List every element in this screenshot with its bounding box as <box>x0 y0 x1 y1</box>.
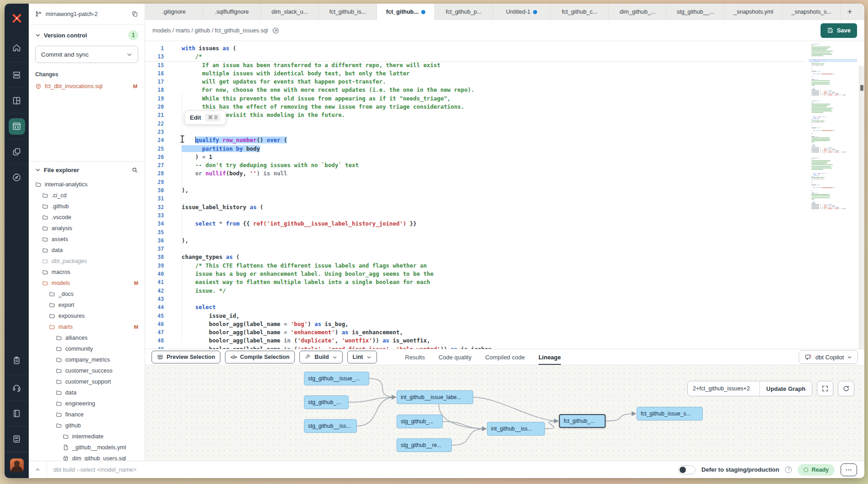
refresh-button[interactable] <box>838 381 854 396</box>
rail-shortcuts-icon[interactable] <box>5 426 29 452</box>
copy-branch-icon[interactable] <box>131 11 138 17</box>
code-line-35[interactable]: 35 <box>145 228 864 237</box>
rail-explore-icon[interactable] <box>5 164 29 190</box>
file-tree-item-exposures[interactable]: exposures <box>29 310 145 321</box>
code-line-28[interactable]: 28 or nullif(body, '') is null <box>145 169 864 178</box>
build-button[interactable]: Build <box>299 351 342 363</box>
compile-selection-button[interactable]: </> Compile Selection <box>225 351 295 363</box>
file-tree-item-analysis[interactable]: analysis <box>29 223 145 234</box>
results-tab-lineage[interactable]: Lineage <box>539 349 561 365</box>
file-tree-item-_github__models.yml[interactable]: _github__models.yml <box>29 442 145 453</box>
fullscreen-button[interactable] <box>817 381 833 396</box>
file-tree-item-data[interactable]: data <box>29 245 145 256</box>
command-input[interactable]: dbt build --select <model_name> <box>47 467 678 473</box>
rail-environments-icon[interactable] <box>5 62 29 88</box>
editor-tab-_snapshots_s...[interactable]: _snapshots_s... <box>783 4 841 20</box>
code-line-32[interactable]: 32issue_label_history as ( <box>145 203 864 211</box>
results-tab-results[interactable]: Results <box>405 349 425 365</box>
rail-tasks-icon[interactable] <box>5 346 29 375</box>
code-line-20[interactable]: 20 this has the effect of removing the n… <box>145 103 864 111</box>
git-branch-row[interactable]: mirnawong1-patch-2 <box>29 4 145 25</box>
save-button[interactable]: Save <box>821 23 857 38</box>
code-line-23[interactable]: 23 <box>145 128 864 136</box>
file-tree-item-macros[interactable]: macros <box>29 267 145 278</box>
search-icon[interactable] <box>131 167 138 174</box>
code-line-19[interactable]: 19 While this prevents the old issue fro… <box>145 95 864 103</box>
command-bar-expand-button[interactable] <box>29 461 47 478</box>
code-line-41[interactable]: 41 easiest way to flatten multiple label… <box>145 278 864 286</box>
code-line-15[interactable]: 15 If an issue has been transferred to a… <box>145 61 864 69</box>
file-tree-item-_docs[interactable]: _docs <box>29 289 145 300</box>
file-tree-item-models[interactable]: modelsM <box>29 278 145 289</box>
file-tree-item-.ci_cd[interactable]: .ci_cd <box>29 190 145 201</box>
file-tree-item-.github[interactable]: .github <box>29 201 145 212</box>
editor-tab-_snapshots.yml[interactable]: _snapshots.yml <box>725 4 783 20</box>
editor-tab-.sqlfluffignore[interactable]: .sqlfluffignore <box>203 4 261 20</box>
user-avatar[interactable] <box>5 452 29 478</box>
code-line-47[interactable]: 47 boolor_agg(label_name = 'enhancement'… <box>145 328 864 337</box>
rail-ide-icon[interactable] <box>5 113 29 139</box>
update-graph-button[interactable]: Update Graph <box>760 381 812 396</box>
code-line-44[interactable]: 44 select <box>145 303 864 311</box>
file-tree-item-community[interactable]: community <box>29 343 145 354</box>
code-line-22[interactable]: 22 <box>145 120 864 128</box>
rail-jobs-icon[interactable] <box>5 139 29 164</box>
code-line-46[interactable]: 46 boolor_agg(label_name = 'bug') as is_… <box>145 320 864 328</box>
code-line-1[interactable]: 1with issues as ( <box>145 44 864 53</box>
code-line-25[interactable]: 25 partition by body <box>145 145 864 153</box>
file-tree-item-customer_support[interactable]: customer_support <box>29 376 145 387</box>
file-tree-item-dbt_packages[interactable]: dbt_packages <box>29 256 145 267</box>
lint-button[interactable]: Lint <box>347 351 377 363</box>
lineage-node-stg_github__issue_[interactable]: stg_github__issue_... <box>304 372 369 385</box>
code-line-48[interactable]: 48 boolor_agg(label_name in ('duplicate'… <box>145 337 864 345</box>
file-tree-item-.vscode[interactable]: .vscode <box>29 212 145 223</box>
editor-tab-fct_github_p...[interactable]: fct_github_p... <box>435 4 493 20</box>
file-tree-item-data[interactable]: data <box>29 387 145 398</box>
code-line-27[interactable]: 27 -- don't try deduping issues with no … <box>145 161 864 169</box>
lineage-panel[interactable]: stg_github__issue_...stg_github_...stg_g… <box>145 365 864 461</box>
file-tree-item-company_metrics[interactable]: company_metrics <box>29 354 145 365</box>
editor-tab-fct_github_is...[interactable]: fct_github_is... <box>319 4 377 20</box>
code-line-45[interactable]: 45 issue_id, <box>145 312 864 320</box>
lineage-node-fct_github_[interactable]: fct_github_... <box>559 414 606 428</box>
new-tab-button[interactable]: + <box>841 4 859 20</box>
editor-tab-Untitled-1[interactable]: Untitled-1 <box>493 4 551 20</box>
edit-tooltip[interactable]: Edit ⌘ B <box>184 110 226 125</box>
code-line-43[interactable]: 43 <box>145 295 864 303</box>
commit-and-sync-select[interactable]: Commit and sync <box>35 46 138 63</box>
code-line-31[interactable]: 31 <box>145 195 864 203</box>
code-line-49[interactable]: 49 boolor_agg(label_name in ('stale', 'g… <box>145 345 864 349</box>
preview-selection-button[interactable]: Preview Selection <box>152 351 220 363</box>
editor-scrollbar[interactable] <box>859 66 864 349</box>
code-line-38[interactable]: 38change_types as ( <box>145 253 864 261</box>
editor-tab-dim_slack_u...[interactable]: dim_slack_u... <box>261 4 319 20</box>
editor-tab-dim_github_...[interactable]: dim_github_... <box>609 4 667 20</box>
minimap[interactable] <box>809 44 857 346</box>
file-tree-item-intermediate[interactable]: intermediate <box>29 431 145 442</box>
code-line-17[interactable]: 17 will get updates for events that happ… <box>145 78 864 86</box>
code-line-37[interactable]: 37 <box>145 245 864 253</box>
code-line-39[interactable]: 39 /* This CTE flattens the different is… <box>145 262 864 270</box>
file-tree-item-finance[interactable]: finance <box>29 409 145 420</box>
file-tree-item-export[interactable]: export <box>29 300 145 310</box>
lineage-node-stg_github_[interactable]: stg_github_... <box>304 395 349 409</box>
file-tree-item-github[interactable]: github <box>29 420 145 431</box>
editor-tab-stg_github__...[interactable]: stg_github__... <box>667 4 725 20</box>
file-tree-item-marts[interactable]: martsM <box>29 321 145 332</box>
scrollbar-thumb[interactable] <box>860 85 863 91</box>
lineage-node-int_github__iss[interactable]: int_github__iss... <box>487 422 545 436</box>
code-line-40[interactable]: 40 issue has a bug or enhancement label.… <box>145 270 864 278</box>
code-line-21[interactable]: 21 Let's revisit this modeling in the fu… <box>145 111 864 119</box>
code-line-30[interactable]: 30), <box>145 186 864 195</box>
file-tree-item-internal-analytics[interactable]: internal-analytics <box>29 179 145 190</box>
code-line-29[interactable]: 29 <box>145 178 864 186</box>
lineage-node-stg_github__re[interactable]: stg_github__re... <box>397 438 452 452</box>
code-line-26[interactable]: 26 ) = 1 <box>145 153 864 161</box>
code-line-34[interactable]: 34 select * from {{ ref('int_github__iss… <box>145 220 864 228</box>
rail-dashboard-icon[interactable] <box>5 88 29 113</box>
lineage-node-stg_github_[interactable]: stg_github_... <box>397 415 443 428</box>
file-tree-item-dim_github_users.sql[interactable]: dim_github_users.sql <box>29 453 145 461</box>
file-tree-item-customer_success[interactable]: customer_success <box>29 365 145 376</box>
chevron-down-icon[interactable] <box>35 32 41 38</box>
code-line-24[interactable]: 24 qualify row_number() over ( <box>145 136 864 144</box>
